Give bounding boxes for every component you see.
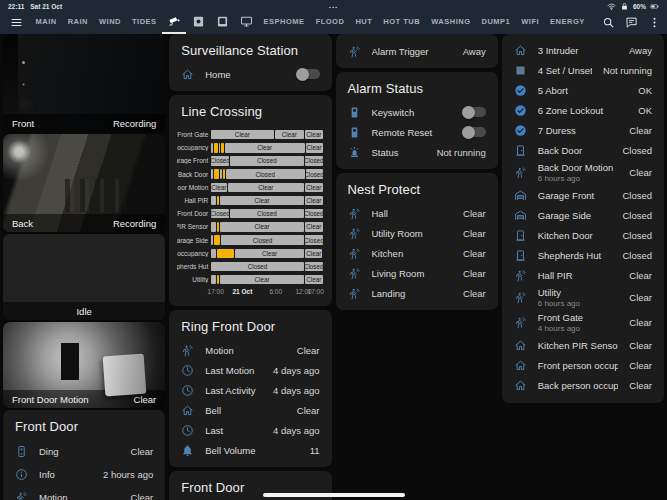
- entity-row[interactable]: Info 2 hours ago: [3, 463, 165, 486]
- entity-row[interactable]: Garage Front Closed: [502, 185, 664, 205]
- entity-row[interactable]: Utility 6 hours ago Clear: [502, 285, 664, 310]
- entity-row[interactable]: Back Door Motion 6 hours ago Clear: [502, 160, 664, 185]
- camera-card[interactable]: Back Recording: [3, 134, 165, 232]
- nav-tab[interactable]: DUMP1: [476, 11, 516, 34]
- timeline-bar[interactable]: ClearClearClear: [211, 130, 322, 140]
- entity-row[interactable]: Home: [169, 64, 331, 84]
- timeline-bar[interactable]: ClearClear: [211, 249, 322, 259]
- nav-tab[interactable]: TIDES: [127, 11, 163, 34]
- entity-row[interactable]: Alarm Trigger Away: [336, 41, 498, 61]
- entity-row[interactable]: 3 Intruder Away: [502, 40, 664, 60]
- entity-row[interactable]: Kitchen PIR Sensor Clear: [502, 335, 664, 355]
- entity-row[interactable]: Living Room Clear: [336, 263, 498, 283]
- entity-name: 3 Intruder: [538, 45, 618, 56]
- motion-icon: [348, 227, 361, 240]
- toggle-switch[interactable]: [462, 127, 486, 137]
- timeline-segment: Clear: [305, 249, 322, 259]
- front-door-card: Front Door Ding Clear Info 2 hours ago M…: [3, 410, 165, 500]
- entity-row[interactable]: Landing Clear: [336, 283, 498, 303]
- toggle-switch[interactable]: [462, 107, 486, 117]
- nav-tab[interactable]: WIND: [94, 11, 127, 34]
- entity-row[interactable]: Shepherds Hut Closed: [502, 245, 664, 265]
- entity-row[interactable]: 7 Duress Clear: [502, 120, 664, 140]
- entity-row[interactable]: Remote Reset: [336, 122, 498, 142]
- nav-tab[interactable]: [234, 11, 258, 34]
- nav-tab[interactable]: [186, 11, 210, 34]
- chat-icon[interactable]: [624, 16, 638, 29]
- nav-tab[interactable]: HOT TUB: [378, 11, 426, 34]
- nav-tab[interactable]: ESPHOME: [258, 11, 310, 34]
- camera-card[interactable]: Idle: [3, 234, 165, 320]
- entity-row[interactable]: Back Door Closed: [502, 140, 664, 160]
- entity-row[interactable]: 5 Abort OK: [502, 80, 664, 100]
- entity-row[interactable]: Bell Volume 11: [169, 440, 331, 460]
- timeline-bar[interactable]: ClosedClosed: [211, 235, 322, 245]
- entity-row[interactable]: Keyswitch: [336, 102, 498, 122]
- timeline-segment: [217, 196, 219, 206]
- entity-row[interactable]: Hall Clear: [336, 203, 498, 223]
- entity-row[interactable]: Motion Clear: [169, 340, 331, 360]
- column-middle-right: Alarm Trigger Away Alarm Status Keyswitc…: [336, 34, 498, 314]
- entity-state: Clear: [463, 288, 486, 299]
- entity-name: 4 Set / Unset: [538, 65, 592, 76]
- timeline-bar[interactable]: ClearClear: [211, 143, 322, 153]
- entity-row[interactable]: Bell Clear: [169, 400, 331, 420]
- nav-tab[interactable]: [210, 11, 234, 34]
- nav-tab[interactable]: [162, 11, 186, 34]
- nav-tab[interactable]: WIFI: [516, 11, 545, 34]
- nav-tab[interactable]: RAIN: [62, 11, 93, 34]
- entity-row[interactable]: Motion Clear: [3, 486, 165, 500]
- nav-tab[interactable]: ENERGY: [545, 11, 591, 34]
- timeline-segment: Clear: [305, 196, 322, 206]
- timeline-bar[interactable]: ClosedClosedClosed: [211, 209, 322, 219]
- timeline-bar[interactable]: ClosedClosed: [211, 169, 322, 179]
- timeline-bar[interactable]: ClosedClosed: [211, 262, 322, 272]
- motion-icon: [348, 207, 361, 220]
- entity-row[interactable]: Front Gate 4 hours ago Clear: [502, 310, 664, 335]
- menu-icon[interactable]: [6, 11, 26, 34]
- entity-row[interactable]: Last Motion 4 days ago: [169, 360, 331, 380]
- timeline-bar[interactable]: ClearClear: [211, 275, 322, 285]
- entity-row[interactable]: Kitchen Clear: [336, 243, 498, 263]
- entity-name: Hall: [372, 208, 453, 219]
- entity-row[interactable]: Status Not running: [336, 142, 498, 162]
- timeline-row: Hall PIRClearClear: [177, 194, 322, 207]
- camera-card[interactable]: Front Door Motion Clear: [3, 322, 165, 408]
- motion-icon: [348, 45, 361, 58]
- entity-row[interactable]: 6 Zone Lockout OK: [502, 100, 664, 120]
- timeline-bar[interactable]: ClearClearClear: [211, 183, 322, 193]
- nav-tab[interactable]: MAIN: [30, 11, 62, 34]
- nav-tab[interactable]: FLOOD: [310, 11, 350, 34]
- timeline-segment: Closed: [230, 209, 304, 219]
- entity-row[interactable]: Garage Side Closed: [502, 205, 664, 225]
- nav-tab[interactable]: HUT: [350, 11, 378, 34]
- nav-tab[interactable]: WASHING: [426, 11, 476, 34]
- entity-row[interactable]: Ding Clear: [3, 440, 165, 463]
- motion-icon: [181, 344, 194, 357]
- entity-row[interactable]: Kitchen Door Closed: [502, 225, 664, 245]
- home-indicator[interactable]: [263, 493, 405, 497]
- entity-state: Clear: [131, 492, 154, 500]
- magnify-icon[interactable]: [601, 16, 615, 29]
- dots-vertical-icon[interactable]: [647, 16, 661, 29]
- home-icon: [514, 44, 527, 57]
- timeline-bar[interactable]: ClearClear: [211, 196, 322, 206]
- card-title: Alarm Status: [336, 72, 498, 99]
- entity-row[interactable]: Front person occupancy Clear: [502, 355, 664, 375]
- timeline-bar[interactable]: ClearClear: [211, 222, 322, 232]
- entity-row[interactable]: Back person occupancy Clear: [502, 375, 664, 395]
- entity-row[interactable]: Last Activity 4 days ago: [169, 380, 331, 400]
- timeline-row: occupancyClearClear: [177, 141, 322, 154]
- entity-row[interactable]: Utility Room Clear: [336, 223, 498, 243]
- entity-row[interactable]: Hall PIR Clear: [502, 265, 664, 285]
- motion-icon: [514, 291, 527, 304]
- entity-row[interactable]: Last 4 days ago: [169, 420, 331, 440]
- timeline-row-label: Hall PIR: [177, 197, 211, 204]
- entity-row[interactable]: 4 Set / Unset Not running: [502, 60, 664, 80]
- camera-card[interactable]: Front Recording: [3, 34, 165, 132]
- camera-status: Recording: [113, 118, 156, 129]
- ring-front-door-card: Ring Front Door Motion Clear Last Motion…: [169, 310, 331, 467]
- entity-state: OK: [638, 105, 652, 116]
- timeline-bar[interactable]: ClosedClosedClosed: [211, 156, 322, 166]
- toggle-switch[interactable]: [296, 69, 320, 79]
